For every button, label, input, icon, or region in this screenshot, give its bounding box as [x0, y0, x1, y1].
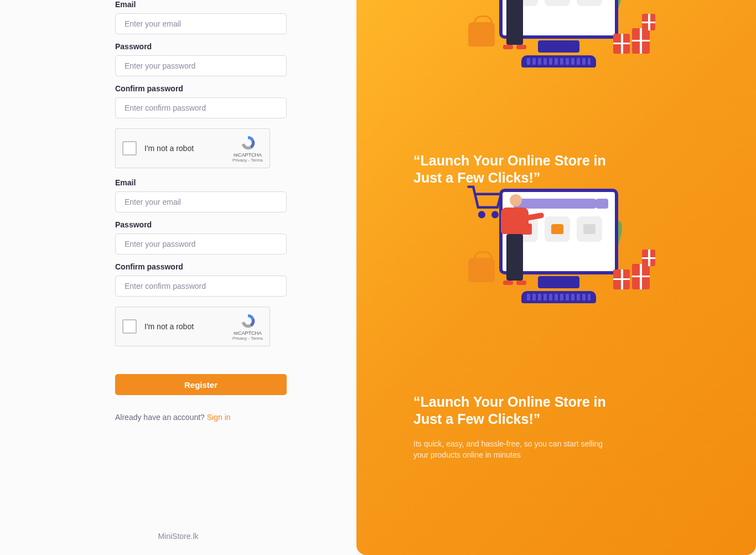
recaptcha-checkbox[interactable]	[122, 141, 137, 155]
recaptcha-text-2: I'm not a robot	[144, 322, 194, 331]
svg-point-2	[479, 212, 484, 217]
signin-link[interactable]: Sign in	[207, 413, 231, 422]
recaptcha-text: I'm not a robot	[144, 144, 194, 153]
confirm-password-label-2: Confirm password	[115, 262, 287, 271]
recaptcha-checkbox-2[interactable]	[122, 319, 137, 334]
recaptcha-brand-2: reCAPTCHA Privacy - Terms	[232, 313, 263, 341]
hero-tagline: “Launch Your Online Store in Just a Few …	[413, 393, 613, 428]
email-label-2: Email	[115, 178, 287, 187]
recaptcha-brand: reCAPTCHA Privacy - Terms	[232, 134, 263, 163]
hero-illustration	[466, 0, 646, 86]
footer-brand: MiniStore.lk	[0, 532, 356, 541]
confirm-password-label: Confirm password	[115, 84, 287, 93]
recaptcha-widget-2[interactable]: I'm not a robot reCAPTCHA Privacy - Term…	[115, 307, 270, 346]
shopping-bag-icon	[468, 22, 495, 46]
already-have-account: Already have an account? Sign in	[115, 413, 287, 422]
hero-block-2: “Launch Your Online Store in Just a Few …	[356, 183, 756, 460]
password-field[interactable]	[115, 55, 287, 76]
confirm-password-field[interactable]	[115, 97, 287, 118]
shopping-bag-icon	[468, 258, 495, 282]
gift-boxes-icon	[613, 14, 663, 58]
email-field-2[interactable]	[115, 191, 287, 212]
password-label-2: Password	[115, 220, 287, 229]
hero-tagline: “Launch Your Online Store in Just a Few …	[413, 152, 613, 187]
recaptcha-icon	[240, 313, 256, 329]
hero-subtext: Its quick, easy, and hassle-free, so you…	[413, 438, 613, 461]
password-label: Password	[115, 42, 287, 51]
email-label: Email	[115, 0, 287, 9]
person-icon	[496, 194, 535, 294]
email-field[interactable]	[115, 13, 287, 34]
form-pane: Email Password Confirm password I'm not …	[0, 0, 356, 555]
gift-boxes-icon	[613, 250, 663, 294]
password-field-2[interactable]	[115, 234, 287, 255]
hero-illustration	[466, 183, 646, 321]
recaptcha-icon	[240, 134, 256, 151]
confirm-password-field-2[interactable]	[115, 276, 287, 297]
recaptcha-widget[interactable]: I'm not a robot reCAPTCHA Privacy - Term…	[115, 128, 270, 168]
register-button[interactable]: Register	[115, 374, 287, 395]
hero-pane: “Launch Your Online Store in Just a Few …	[356, 0, 756, 555]
person-icon	[496, 0, 535, 58]
hero-block-1: “Launch Your Online Store in Just a Few …	[356, 0, 756, 187]
